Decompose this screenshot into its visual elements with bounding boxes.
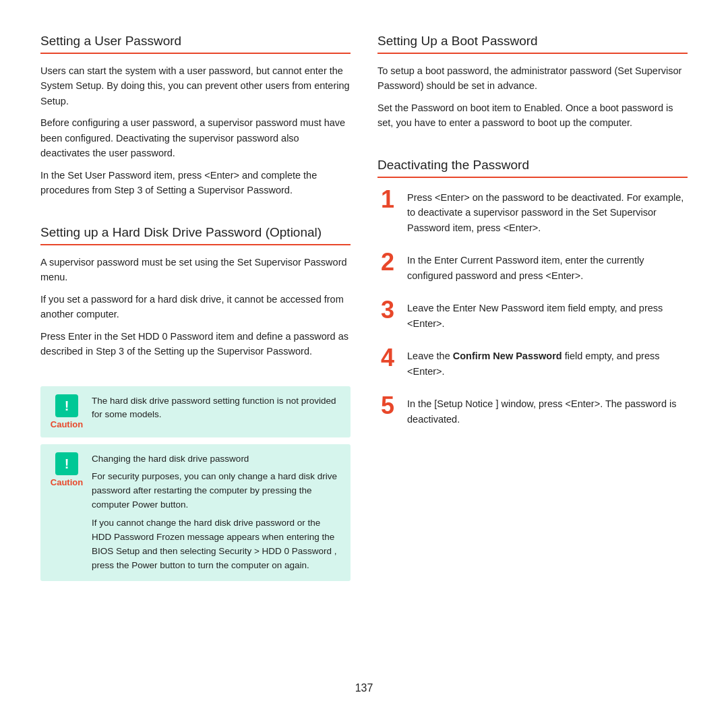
caution2-title: Changing the hard disk drive password (92, 452, 341, 466)
user-password-para2: Before configuring a user password, a su… (40, 115, 351, 160)
left-column: Setting a User Password Users can start … (40, 34, 351, 675)
user-password-para1: Users can start the system with a user p… (40, 63, 351, 109)
section-hdd-password: Setting up a Hard Disk Drive Password (O… (40, 225, 351, 366)
page: Setting a User Password Users can start … (0, 0, 728, 728)
boot-password-para2: Set the Password on boot item to Enabled… (377, 100, 688, 131)
right-column: Setting Up a Boot Password To setup a bo… (377, 34, 688, 675)
section-boot-password: Setting Up a Boot Password To setup a bo… (377, 34, 688, 138)
section-hdd-password-title: Setting up a Hard Disk Drive Password (O… (40, 225, 351, 245)
caution-icon-1: ! (55, 394, 78, 417)
step-text-5: In the [Setup Notice ] window, press <En… (407, 394, 688, 427)
hdd-password-para2: If you set a password for a hard disk dr… (40, 292, 351, 322)
caution-text-1: The hard disk drive password setting fun… (92, 394, 341, 423)
section-user-password: Setting a User Password Users can start … (40, 34, 351, 205)
caution1-text: The hard disk drive password setting fun… (92, 394, 341, 423)
page-number: 137 (40, 682, 688, 694)
hdd-password-para3: Press Enter in the Set HDD 0 Password it… (40, 329, 351, 359)
step-text-2: In the Enter Current Password item, ente… (407, 250, 688, 283)
step-number-4: 4 (377, 346, 398, 370)
caution-icon-wrap-2: ! Caution (50, 452, 84, 487)
caution2-para2: If you cannot change the hard disk drive… (92, 516, 341, 573)
step-text-3: Leave the Enter New Password item field … (407, 298, 688, 331)
caution-icon-2: ! (55, 452, 78, 475)
step-text-4: Leave the Confirm New Password field emp… (407, 346, 688, 379)
user-password-para3: In the Set User Password item, press <En… (40, 168, 351, 198)
step-number-3: 3 (377, 298, 398, 322)
caution-box-2: ! Caution Changing the hard disk drive p… (40, 444, 351, 581)
section-deactivating: Deactivating the Password 1 Press <Enter… (377, 158, 688, 442)
caution-icon-wrap-1: ! Caution (50, 394, 84, 429)
step-item-3: 3 Leave the Enter New Password item fiel… (377, 298, 688, 331)
step-text-1: Press <Enter> on the password to be deac… (407, 187, 688, 235)
step-number-5: 5 (377, 394, 398, 418)
section-boot-password-title: Setting Up a Boot Password (377, 34, 688, 54)
caution-label-2: Caution (51, 477, 83, 487)
exclamation-icon: ! (65, 399, 69, 413)
columns: Setting a User Password Users can start … (40, 34, 688, 675)
step-list: 1 Press <Enter> on the password to be de… (377, 187, 688, 427)
exclamation-icon-2: ! (65, 457, 69, 471)
step-item-5: 5 In the [Setup Notice ] window, press <… (377, 394, 688, 427)
step-number-2: 2 (377, 250, 398, 274)
caution-box-1: ! Caution The hard disk drive password s… (40, 386, 351, 437)
boot-password-para1: To setup a boot password, the administra… (377, 63, 688, 94)
caution-text-2: Changing the hard disk drive password Fo… (92, 452, 341, 573)
hdd-password-para1: A supervisor password must be set using … (40, 255, 351, 285)
step-item-4: 4 Leave the Confirm New Password field e… (377, 346, 688, 379)
section-user-password-title: Setting a User Password (40, 34, 351, 54)
caution2-para1: For security purposes, you can only chan… (92, 470, 341, 512)
section-deactivating-title: Deactivating the Password (377, 158, 688, 178)
step-item-1: 1 Press <Enter> on the password to be de… (377, 187, 688, 235)
caution-label-1: Caution (51, 419, 83, 429)
step-number-1: 1 (377, 187, 398, 212)
step-item-2: 2 In the Enter Current Password item, en… (377, 250, 688, 283)
